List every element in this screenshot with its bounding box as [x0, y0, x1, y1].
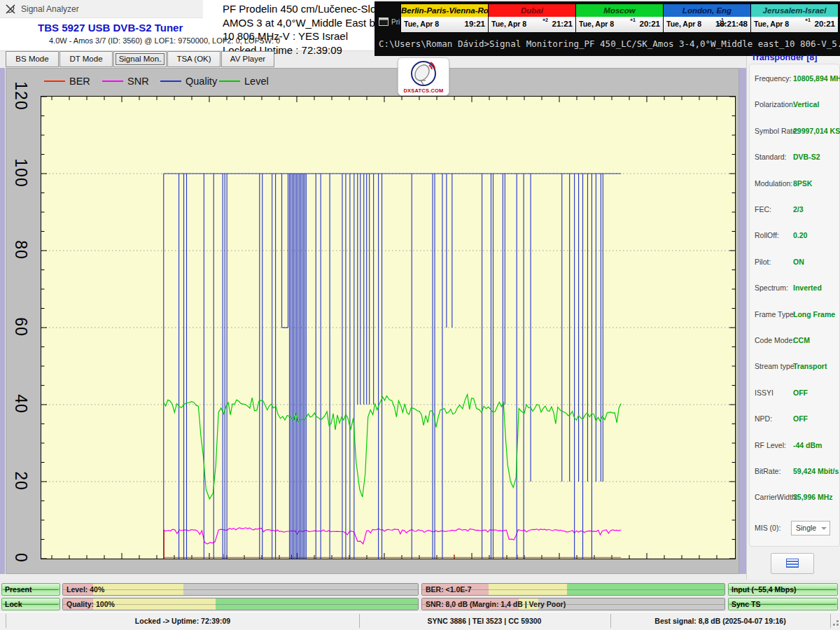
snr-bar: SNR: 8,0 dB (Margin: 1,4 dB | Very Poor) — [421, 598, 725, 610]
row-value: OFF — [793, 414, 808, 423]
transponder-row-modulation: Modulation:8PSK — [750, 179, 839, 190]
row-value: CCM — [793, 336, 810, 344]
row-label: Pilot: — [755, 258, 771, 266]
y-axis-label-80: 80 — [11, 240, 30, 260]
ber-bar: BER: <1.0E-7 — [421, 583, 725, 596]
transponder-row-carrierwidth: CarrierWidth:35,996 MHz — [750, 493, 839, 504]
row-value: -44 dBm — [793, 441, 822, 449]
row-label: Standard: — [755, 153, 787, 161]
y-axis-label-120: 120 — [11, 81, 30, 110]
clock-time: 18:21:48 — [715, 20, 748, 28]
row-value: 0.20 — [793, 231, 807, 239]
chart-legend: BERSNRQualityLevel — [6, 69, 738, 92]
clock-city-label: Dubai — [489, 4, 575, 17]
row-value: ON — [793, 258, 804, 266]
status-uptime-cell: Locked -> Uptime: 72:39:09 — [6, 614, 360, 628]
transponder-row-bitrate: BitRate:59,424 Mbit/s — [750, 467, 839, 478]
clock-time: 21:21 — [552, 20, 573, 28]
resize-grip[interactable] — [829, 616, 839, 626]
sidebar-tool-button[interactable] — [771, 553, 814, 574]
chart-panel: BERSNRQualityLevel — [6, 68, 739, 574]
row-label: Symbol Rate: — [755, 127, 799, 135]
row-value: Inverted — [793, 284, 822, 292]
row-label: NPD: — [755, 414, 772, 423]
row-value: 8PSK — [793, 179, 812, 188]
legend-label: Level — [244, 76, 269, 87]
transponder-row-mis: MIS (0):Single — [750, 524, 839, 535]
transponder-row-polarization: Polarization:Vertical — [750, 100, 839, 111]
clock-london-eng: London, EngTue, Apr 8-1DST18:21:48 — [664, 4, 751, 32]
status-bar: Locked -> Uptime: 72:39:09 SYNC 3886 | T… — [0, 612, 840, 630]
mis-select[interactable]: Single — [791, 521, 830, 536]
input-badge: Input (~55,4 Mbps) — [728, 583, 838, 596]
transponder-row-npd: NPD:OFF — [750, 414, 839, 426]
present-badge: Present — [1, 583, 60, 596]
clock-date: Tue, Apr 8 — [754, 20, 789, 28]
status-sync-cell: SYNC 3886 | TEI 3523 | CC 59300 — [358, 614, 611, 628]
lock-badge: Lock — [1, 598, 60, 610]
clock-date: Tue, Apr 8 — [666, 20, 701, 28]
row-value: OFF — [793, 388, 808, 397]
legend-item-level: Level — [219, 76, 296, 87]
row-label: Modulation: — [755, 179, 792, 188]
tab-av-player[interactable]: AV Player — [221, 51, 274, 67]
row-value: 35,996 MHz — [793, 493, 833, 501]
row-value: DVB-S2 — [793, 153, 820, 161]
clock-date: Tue, Apr 8 — [404, 20, 439, 28]
legend-swatch — [102, 80, 123, 82]
tab-bs-mode[interactable]: BS Mode — [6, 51, 59, 67]
y-axis-label-60: 60 — [11, 317, 30, 337]
legend-label: BER — [69, 76, 90, 87]
row-label: MIS (0): — [755, 524, 780, 532]
tab-dt-mode[interactable]: DT Mode — [59, 51, 113, 67]
level-bar: Level: 40% — [62, 583, 419, 596]
row-label: RF Level: — [755, 441, 786, 449]
right-splitter[interactable] — [739, 68, 746, 574]
clock-moscow: MoscowTue, Apr 8+120:21 — [576, 4, 664, 32]
clock-berlin-paris-vienna-roma: Berlin-Paris-Vienna-RomaTue, Apr 819:21 — [401, 4, 489, 32]
cmd-prompt-line: C:\Users\Roman Dávid>Signal Monitoring_P… — [379, 38, 840, 49]
clock-date: Tue, Apr 8 — [579, 20, 614, 28]
transponder-sidebar: Transponder [8] Frequency:10805,894 MHzP… — [746, 56, 840, 580]
tab-signal-mon-[interactable]: Signal Mon. — [113, 51, 167, 67]
transponder-row-frequency: Frequency:10805,894 MHz — [750, 74, 839, 85]
chevron-down-icon — [821, 527, 827, 530]
legend-swatch — [160, 80, 181, 82]
transponder-row-standard: Standard:DVB-S2 — [750, 153, 839, 164]
transponder-row-spectrum: Spectrum:Inverted — [750, 284, 839, 295]
satellite-dish-icon — [5, 4, 16, 15]
window-titlebar: Signal Analyzer — [0, 0, 203, 18]
clock-time: 19:21 — [465, 20, 485, 28]
row-label: BitRate: — [755, 467, 780, 475]
transponder-row-codemode: Code Mode:CCM — [750, 336, 839, 347]
transponder-row-rflevel: RF Level:-44 dBm — [750, 441, 839, 452]
signal-history-chart — [41, 96, 736, 559]
dish-logo-icon — [410, 59, 438, 88]
clock-utc-offset: +2 — [542, 18, 548, 22]
row-label: FEC: — [755, 205, 771, 214]
y-axis-label-0: 0 — [11, 553, 30, 563]
cmd-window-icon — [379, 18, 388, 26]
clock-city-label: Moscow — [576, 4, 663, 17]
left-splitter[interactable] — [0, 68, 5, 574]
row-label: ISSYI — [755, 388, 774, 397]
tab-tsa-ok-[interactable]: TSA (OK) — [167, 51, 220, 67]
dxsatcs-logo: DXSATCS.COM — [398, 57, 449, 96]
transponder-row-issyi: ISSYIOFF — [750, 388, 839, 400]
row-label: RollOff: — [755, 231, 779, 239]
clock-date: Tue, Apr 8 — [491, 20, 526, 28]
sidebar-header-clipped: Transponder [8] — [751, 55, 835, 62]
row-value: Transport — [793, 362, 827, 370]
transponder-row-frametype: Frame Type:Long Frame — [750, 310, 839, 321]
row-value: 29997,014 KS/s — [793, 127, 840, 135]
world-clocks-window[interactable]: Berlin-Paris-Vienna-RomaTue, Apr 819:21D… — [400, 4, 839, 33]
row-label: Spectrum: — [755, 284, 788, 292]
clock-city-label: Jerusalem-Israel — [751, 4, 838, 17]
window-title: Signal Analyzer — [21, 4, 79, 14]
clock-city-label: Berlin-Paris-Vienna-Roma — [401, 4, 488, 17]
row-label: CarrierWidth: — [755, 493, 798, 501]
row-value: 2/3 — [793, 205, 804, 214]
y-axis-label-100: 100 — [11, 158, 30, 187]
clock-time: 20:21 — [640, 20, 660, 28]
row-label: Stream type: — [755, 362, 797, 370]
